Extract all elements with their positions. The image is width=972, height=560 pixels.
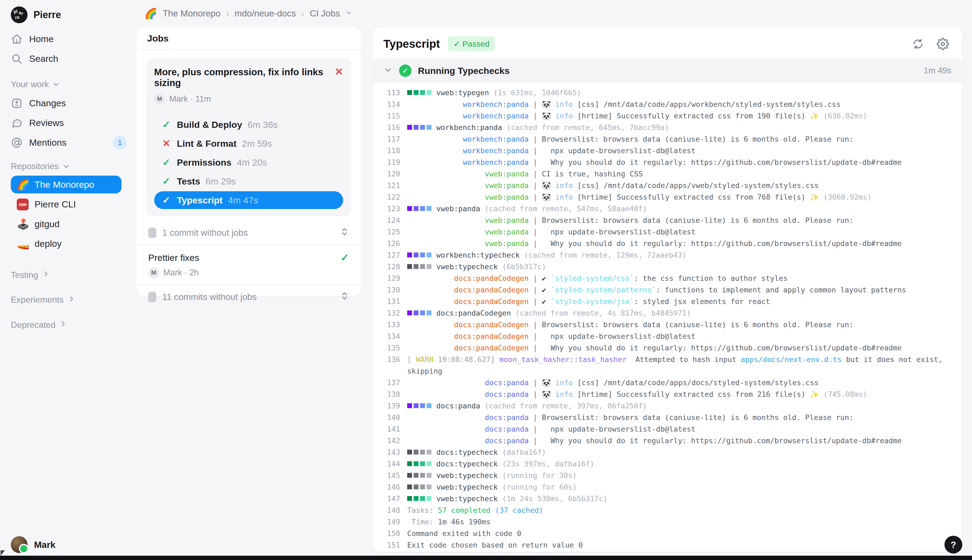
rerun-icon[interactable] [912, 38, 924, 50]
log-line-content: docs:typecheck (23s 397ms, dafba16f) [407, 458, 951, 470]
log-line-number: 146 [377, 481, 400, 493]
log-line: 117workbench:panda | Browserslist: brows… [377, 133, 951, 145]
log-text: `styled-system/jsx` [550, 297, 634, 306]
log-line: 127workbench:typecheck (cached from remo… [377, 249, 951, 261]
pipe-separator: | [529, 135, 542, 143]
log-line-number: 150 [377, 528, 400, 539]
sidebar-repo-the-monorepo[interactable]: 🌈The Monorepo [11, 176, 122, 193]
log-line: 124vweb:panda | Browserslist: browsers d… [377, 215, 951, 226]
log-line: 135docs:pandaCodegen | Why you should do… [377, 342, 951, 353]
passed-status-icon: ✓ [161, 176, 171, 187]
chevron-down-icon[interactable] [383, 65, 393, 76]
sidebar-repo-gitgud[interactable]: 🕹️gitgud [11, 214, 127, 234]
breadcrumb-page[interactable]: CI Jobs [310, 8, 340, 18]
pipe-separator: | [529, 216, 542, 225]
job-row-typescript[interactable]: ✓Typescript4m 47s [154, 191, 343, 209]
log-output: 113vweb:typegen (1s 631ms, 1046f665)114w… [373, 83, 962, 551]
log-line-content: [ WARN 19:08:48.627] moon_task_hasher::t… [407, 353, 951, 377]
log-line-number: 113 [377, 87, 400, 98]
job-label: Typescript [177, 195, 223, 205]
sidebar-item-mentions[interactable]: Mentions1 [11, 133, 127, 152]
log-section-header[interactable]: ✓ Running Typechecks 1m 49s [373, 58, 962, 83]
commits-without-jobs-row[interactable]: 1 commit without jobs [136, 221, 361, 245]
progress-square-icon [414, 473, 418, 478]
log-text: [css] /mnt/data/code/apps/workbench/styl… [573, 100, 841, 108]
log-text: 🐼 [542, 193, 555, 201]
progress-square-icon [407, 252, 412, 257]
log-line-content: vweb:typecheck (1m 24s 530ms, 6b5b317c) [407, 493, 951, 505]
log-text: info [555, 193, 573, 201]
progress-square-icon [420, 206, 425, 211]
log-line: 147vweb:typecheck (1m 24s 530ms, 6b5b317… [377, 493, 951, 505]
sidebar-section-testing[interactable]: Testing [11, 270, 50, 280]
log-line: 120vweb:panda | CI is true, hashing CSS [377, 168, 951, 180]
sidebar-item-changes[interactable]: Changes [11, 93, 127, 113]
job-row-lint-format[interactable]: ✕Lint & Format2m 59s [154, 134, 343, 153]
log-line-content: docs:panda | 🐼 info [css] /mnt/data/code… [407, 377, 951, 388]
log-text: ✔ [542, 274, 551, 282]
unfold-icon[interactable] [340, 227, 349, 238]
commits-without-jobs-row[interactable]: 11 commits without jobs [136, 285, 361, 309]
user-row[interactable]: Mark [11, 536, 55, 553]
sidebar-item-label: Changes [29, 98, 66, 108]
section-label-text: Testing [11, 270, 38, 280]
task-name: vweb:typecheck [436, 495, 498, 503]
chevron-down-icon[interactable] [345, 8, 352, 18]
section-your-work[interactable]: Your work [11, 79, 60, 89]
log-text: info [555, 390, 573, 398]
task-name: docs:pandaCodegen [407, 330, 529, 342]
commit-byline: Mark · 11m [169, 94, 211, 104]
progress-square-icon [407, 473, 412, 478]
job-row-tests[interactable]: ✓Tests6m 29s [154, 172, 343, 191]
task-progress-squares-icon [407, 125, 432, 130]
brand[interactable]: pi er re Pierre [11, 7, 61, 23]
log-line-content: vweb:panda | CI is true, hashing CSS [407, 168, 951, 180]
commit-title[interactable]: Prettier fixes [148, 252, 340, 263]
sidebar-section-deprecated[interactable]: Deprecated [11, 320, 67, 330]
breadcrumb-path[interactable]: mdo/neue-docs [234, 8, 296, 18]
section-repositories[interactable]: Repositories [11, 161, 70, 171]
sidebar-item-reviews[interactable]: Reviews [11, 113, 127, 133]
log-line-content: docs:pandaCodegen | ✔ `styled-system/jsx… [407, 296, 951, 307]
log-line-number: 142 [377, 435, 400, 447]
log-line-content: docs:panda | Browserslist: browsers data… [407, 412, 951, 423]
log-line: 116workbench:panda (cached from remote, … [377, 122, 951, 133]
job-row-permissions[interactable]: ✓Permissions4m 20s [154, 153, 343, 172]
sidebar-repo-deploy[interactable]: 🚤deploy [11, 234, 127, 253]
failed-status-icon[interactable]: ✕ [335, 67, 343, 77]
commit-title[interactable]: More, plus compression, fix info links s… [154, 67, 335, 88]
log-line-content: workbench:panda | 🐼 info [hrtime] Succes… [407, 110, 951, 122]
log-text: Exit code chosen based on return value 0 [407, 541, 583, 549]
log-line-number: 138 [377, 388, 400, 400]
log-line: 149 Time: 1m 46s 190ms [377, 516, 951, 528]
task-meta: (cached from remote, 4s 817ms, b4845971) [511, 309, 691, 317]
passed-status-icon: ✓ [161, 195, 171, 206]
search-icon [11, 53, 23, 65]
job-row-build-deploy[interactable]: ✓Build & Deploy6m 36s [154, 115, 343, 134]
task-name: vweb:panda [436, 205, 480, 213]
log-line-number: 148 [377, 505, 400, 516]
sidebar-section-experiements[interactable]: Experiements [11, 295, 75, 305]
sidebar-item-search[interactable]: Search [11, 49, 127, 68]
progress-square-icon [427, 403, 432, 408]
progress-square-icon [420, 461, 425, 466]
sidebar-item-home[interactable]: Home [11, 29, 127, 49]
pipe-separator: | [529, 100, 542, 108]
commit-row-prettier[interactable]: Prettier fixes ✓ M Mark · 2h [136, 245, 361, 285]
gear-icon[interactable] [937, 38, 949, 50]
chevron-right-icon [59, 320, 67, 330]
help-button[interactable]: ? [944, 536, 962, 553]
log-text: npx update-browserslist-db@latest [542, 228, 696, 236]
log-line-content: workbench:panda | 🐼 info [css] /mnt/data… [407, 98, 951, 110]
unfold-icon[interactable] [340, 291, 349, 303]
sidebar-repo-pierre-cli[interactable]: npmPierre CLI [11, 195, 127, 214]
progress-square-icon [414, 496, 418, 501]
log-text: 🐼 [542, 378, 555, 387]
log-line-number: 147 [377, 493, 400, 505]
log-line-number: 118 [377, 145, 400, 157]
breadcrumb-repo[interactable]: The Monorepo [162, 8, 221, 18]
log-text: apps/docs/next-env.d.ts [741, 355, 842, 363]
task-name: vweb:typecheck [436, 262, 498, 271]
progress-square-icon [427, 461, 432, 466]
log-line: 148Tasks: 57 completed (37 cached) [377, 505, 951, 516]
